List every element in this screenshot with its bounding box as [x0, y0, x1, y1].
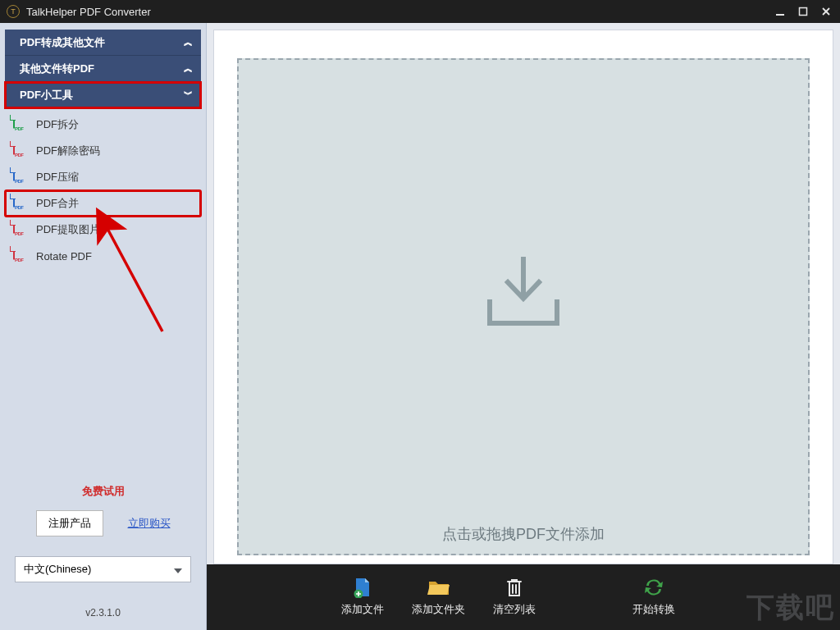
tool-pdf-split[interactable]: PDF PDF拆分	[5, 112, 201, 138]
titlebar: T TalkHelper PDF Converter	[0, 0, 840, 23]
tool-label: PDF压缩	[36, 170, 79, 185]
add-folder-label: 添加文件夹	[412, 602, 465, 617]
app-logo-icon: T	[7, 5, 20, 18]
clear-list-label: 清空列表	[493, 602, 536, 617]
tool-label: PDF提取图片	[36, 222, 100, 237]
section-pdf-tools[interactable]: PDF小工具 ︾	[5, 82, 201, 108]
trial-label: 免费试用	[0, 479, 206, 510]
pdf-tools-list: PDF PDF拆分 PDF PDF解除密码 PDF PDF压缩 PDF PDF合…	[5, 108, 201, 274]
language-value: 中文(Chinese)	[24, 562, 91, 577]
buy-link[interactable]: 立即购买	[128, 516, 171, 531]
add-file-label: 添加文件	[341, 602, 384, 617]
register-row: 注册产品 立即购买	[0, 510, 206, 551]
add-folder-button[interactable]: 添加文件夹	[412, 578, 465, 617]
drop-hint: 点击或拖拽PDF文件添加	[442, 524, 605, 544]
pdf-file-icon: PDF	[13, 142, 28, 160]
sidebar: PDF转成其他文件 ︽ 其他文件转PDF ︽ PDF小工具 ︾ PDF PDF拆…	[0, 23, 207, 630]
refresh-icon	[642, 578, 665, 597]
add-file-button[interactable]: 添加文件	[338, 578, 387, 617]
tool-label: PDF解除密码	[36, 144, 100, 158]
pdf-file-icon: PDF	[13, 116, 28, 134]
section-label: PDF小工具	[20, 88, 73, 103]
section-label: PDF转成其他文件	[20, 35, 105, 50]
sidebar-sections: PDF转成其他文件 ︽ 其他文件转PDF ︽ PDF小工具 ︾ PDF PDF拆…	[0, 30, 206, 274]
tool-label: PDF拆分	[36, 117, 79, 132]
chevron-down-icon: ︾	[184, 89, 191, 101]
folder-icon	[427, 578, 450, 597]
app-body: PDF转成其他文件 ︽ 其他文件转PDF ︽ PDF小工具 ︾ PDF PDF拆…	[0, 23, 840, 630]
pdf-file-icon: PDF	[13, 194, 28, 212]
version-label: v2.3.1.0	[0, 591, 206, 630]
pdf-file-icon: PDF	[13, 168, 28, 186]
section-label: 其他文件转PDF	[20, 62, 94, 76]
chevron-up-icon: ︽	[184, 36, 191, 48]
language-select[interactable]: 中文(Chinese)	[15, 556, 191, 582]
tool-pdf-merge[interactable]: PDF PDF合并	[5, 190, 201, 217]
dropdown-arrow-icon	[174, 564, 182, 576]
app-title: TalkHelper PDF Converter	[26, 6, 774, 18]
chevron-up-icon: ︽	[184, 62, 191, 75]
tool-pdf-extract-images[interactable]: PDF PDF提取图片	[5, 217, 201, 243]
download-tray-icon	[478, 256, 568, 333]
start-convert-label: 开始转换	[632, 602, 675, 617]
maximize-button[interactable]	[797, 6, 809, 17]
register-button[interactable]: 注册产品	[36, 510, 103, 536]
main-panel: 点击或拖拽PDF文件添加	[213, 30, 833, 564]
close-button[interactable]	[820, 6, 832, 17]
tool-label: Rotate PDF	[36, 250, 92, 262]
tool-pdf-compress[interactable]: PDF PDF压缩	[5, 164, 201, 190]
window-controls	[774, 6, 837, 17]
trash-icon	[503, 578, 526, 597]
tool-pdf-rotate[interactable]: PDF Rotate PDF	[5, 243, 201, 269]
pdf-file-icon: PDF	[13, 221, 28, 239]
minimize-button[interactable]	[774, 6, 786, 17]
tool-pdf-unlock[interactable]: PDF PDF解除密码	[5, 138, 201, 164]
pdf-file-icon: PDF	[13, 247, 28, 265]
tool-label: PDF合并	[36, 196, 79, 211]
start-convert-button[interactable]: 开始转换	[629, 578, 678, 617]
app-window: T TalkHelper PDF Converter PDF转成其他文件 ︽	[0, 0, 840, 630]
section-pdf-to-other[interactable]: PDF转成其他文件 ︽	[5, 30, 201, 56]
bottom-toolbar: 添加文件 添加文件夹 清空列表	[207, 564, 840, 630]
section-other-to-pdf[interactable]: 其他文件转PDF ︽	[5, 56, 201, 82]
drop-zone[interactable]: 点击或拖拽PDF文件添加	[237, 58, 810, 555]
clear-list-button[interactable]: 清空列表	[490, 578, 539, 617]
add-file-icon	[351, 578, 374, 597]
svg-rect-1	[800, 8, 807, 16]
